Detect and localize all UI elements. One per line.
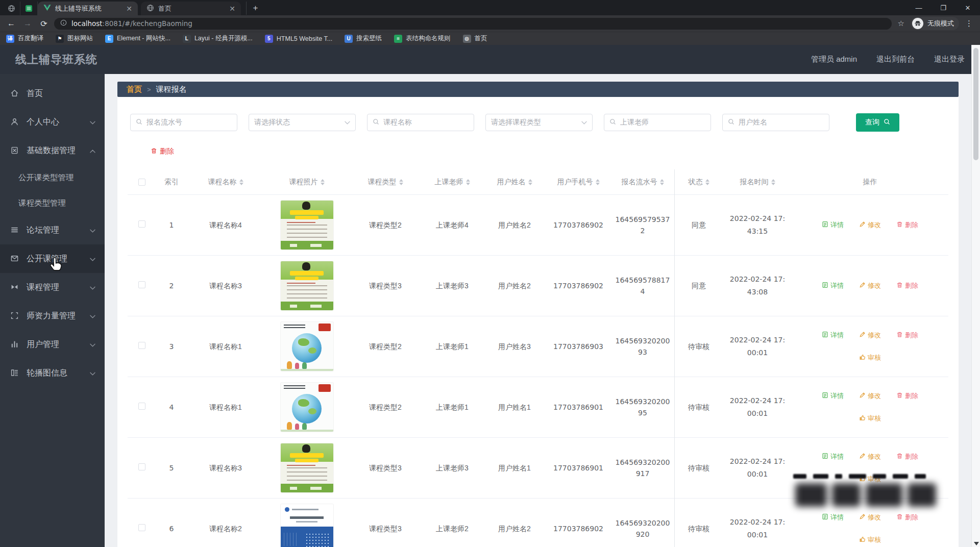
delete-action-button[interactable]: 删除 (896, 452, 918, 461)
exit-to-front-link[interactable]: 退出到前台 (876, 55, 915, 64)
sort-caret-icon[interactable] (528, 179, 532, 185)
delete-action-button[interactable]: 删除 (896, 281, 918, 290)
edit-action-button[interactable]: 修改 (859, 452, 881, 461)
delete-action-button[interactable]: 删除 (896, 220, 918, 230)
audit-action-button[interactable]: 审核 (859, 535, 881, 544)
edit-action-button[interactable]: 修改 (859, 513, 881, 522)
bookmark-item[interactable]: U搜索壁纸 (345, 34, 382, 43)
edit-action-button[interactable]: 修改 (859, 220, 881, 230)
sidebar-item-doc[interactable]: 基础数据管理 (0, 136, 105, 165)
detail-action-button[interactable]: 详情 (822, 220, 844, 230)
column-header[interactable]: 状态 (674, 178, 723, 187)
header-checkbox-cell[interactable] (128, 179, 156, 186)
browser-tab[interactable]: 线上辅导班系统✕ (38, 2, 138, 15)
column-header[interactable]: 报名时间 (723, 178, 792, 187)
bookmark-item[interactable]: 译百度翻译 (6, 34, 43, 43)
sort-caret-icon[interactable] (596, 179, 600, 185)
sidebar-item-home[interactable]: 首页 (0, 79, 105, 108)
pinned-tab-globe-icon[interactable] (3, 2, 20, 15)
tab-close-icon[interactable]: ✕ (125, 5, 134, 13)
detail-action-button[interactable]: 详情 (822, 452, 844, 461)
sort-caret-icon[interactable] (399, 179, 403, 185)
sort-caret-icon[interactable] (660, 179, 664, 185)
delete-action-button[interactable]: 删除 (896, 513, 918, 522)
input-2[interactable]: 课程名称 (367, 114, 474, 131)
scrollbar-down-arrow[interactable] (974, 542, 979, 545)
close-icon[interactable]: ✕ (955, 0, 980, 15)
bookmark-item[interactable]: ≡表结构命名规则 (394, 34, 451, 43)
browser-tab[interactable]: 首页✕ (141, 2, 241, 15)
bookmark-star-icon[interactable]: ☆ (896, 19, 906, 28)
forward-icon[interactable]: → (21, 17, 34, 30)
page-scrollbar[interactable] (971, 45, 980, 547)
column-header[interactable]: 课程类型 (350, 178, 421, 187)
row-checkbox[interactable] (138, 220, 145, 228)
course-photo-thumbnail[interactable] (281, 322, 333, 371)
sort-caret-icon[interactable] (321, 179, 325, 185)
sort-caret-icon[interactable] (771, 179, 775, 185)
edit-action-button[interactable]: 修改 (859, 331, 881, 340)
sidebar-subitem[interactable]: 课程类型管理 (0, 190, 105, 216)
detail-action-button[interactable]: 详情 (822, 391, 844, 401)
incognito-badge[interactable]: 无痕模式 (911, 17, 959, 30)
edit-action-button[interactable]: 修改 (859, 281, 881, 290)
column-header[interactable]: 报名流水号 (611, 178, 674, 187)
input-4[interactable]: 上课老师 (604, 114, 711, 131)
bookmark-item[interactable]: EElement - 网站快... (105, 34, 170, 43)
sidebar-item-list[interactable]: 论坛管理 (0, 216, 105, 244)
bookmark-item[interactable]: 5HTML5 Website T... (265, 35, 332, 43)
delete-action-button[interactable]: 删除 (896, 331, 918, 340)
detail-action-button[interactable]: 详情 (822, 331, 844, 340)
breadcrumb-home[interactable]: 首页 (127, 85, 142, 94)
bookmark-item[interactable]: LLayui - 经典开源模... (183, 34, 253, 43)
sidebar-item-course[interactable]: 课程管理 (0, 273, 105, 302)
detail-action-button[interactable]: 详情 (822, 281, 844, 290)
logout-link[interactable]: 退出登录 (934, 55, 965, 64)
column-header[interactable]: 课程照片 (264, 178, 350, 187)
url-bar[interactable]: localhost:8081/#/kechengBaoming (54, 18, 892, 30)
select-all-checkbox[interactable] (138, 179, 145, 186)
admin-user-link[interactable]: 管理员 admin (811, 55, 857, 64)
reload-icon[interactable]: ⟳ (38, 17, 50, 30)
row-checkbox[interactable] (138, 524, 145, 531)
row-checkbox[interactable] (138, 281, 145, 288)
audit-action-button[interactable]: 审核 (859, 414, 881, 423)
browser-menu-icon[interactable]: ⋮ (963, 19, 975, 28)
sidebar-item-banner[interactable]: 轮播图信息 (0, 359, 105, 387)
select-1[interactable]: 请选择状态 (249, 114, 356, 131)
course-photo-thumbnail[interactable] (281, 443, 333, 492)
edit-action-button[interactable]: 修改 (859, 391, 881, 401)
sidebar-subitem[interactable]: 公开课类型管理 (0, 165, 105, 190)
row-checkbox[interactable] (138, 342, 145, 349)
search-button[interactable]: 查询 (856, 113, 899, 132)
sidebar-item-chart[interactable]: 用户管理 (0, 330, 105, 359)
sort-caret-icon[interactable] (466, 179, 470, 185)
minimize-icon[interactable]: — (906, 0, 931, 15)
delete-action-button[interactable]: 删除 (896, 391, 918, 401)
page-info-icon[interactable] (60, 19, 67, 28)
select-3[interactable]: 请选择课程类型 (485, 114, 593, 131)
sort-caret-icon[interactable] (705, 179, 709, 185)
column-header[interactable]: 用户手机号 (546, 178, 611, 187)
back-icon[interactable]: ← (5, 17, 17, 30)
course-photo-thumbnail[interactable] (281, 504, 333, 547)
tab-close-icon[interactable]: ✕ (228, 5, 237, 13)
course-photo-thumbnail[interactable] (281, 261, 333, 310)
input-0[interactable]: 报名流水号 (130, 114, 237, 131)
bookmark-item[interactable]: ◍首页 (463, 34, 487, 43)
sidebar-item-user[interactable]: 个人中心 (0, 108, 105, 136)
detail-action-button[interactable]: 详情 (822, 513, 844, 522)
bookmark-item[interactable]: ⚑图标网站 (56, 34, 93, 43)
restore-icon[interactable]: ❐ (931, 0, 955, 15)
column-header[interactable]: 用户姓名 (483, 178, 546, 187)
sidebar-item-scan[interactable]: 师资力量管理 (0, 302, 105, 330)
scrollbar-thumb[interactable] (973, 48, 978, 160)
column-header[interactable]: 课程名称 (187, 178, 264, 187)
course-photo-thumbnail[interactable] (281, 201, 333, 250)
column-header[interactable]: 上课老师 (421, 178, 483, 187)
course-photo-thumbnail[interactable] (281, 383, 333, 432)
row-checkbox[interactable] (138, 463, 145, 470)
row-checkbox[interactable] (138, 403, 145, 410)
bulk-delete-button[interactable]: 删除 (151, 147, 174, 156)
input-5[interactable]: 用户姓名 (722, 114, 829, 131)
